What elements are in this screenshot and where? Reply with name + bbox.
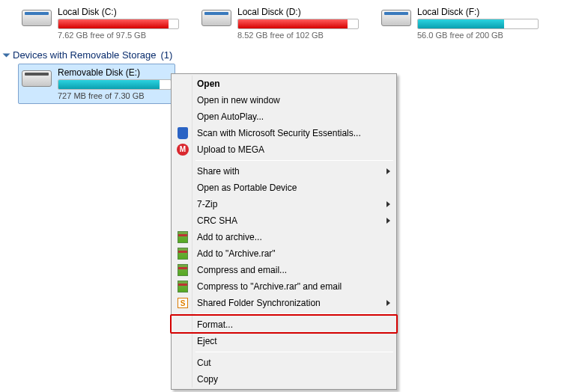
capacity-bar xyxy=(417,19,539,29)
menu-open-autoplay[interactable]: Open AutoPlay... xyxy=(173,108,395,125)
group-count: (1) xyxy=(160,49,172,61)
drive-e-removable[interactable]: Removable Disk (E:) 727 MB free of 7.30 … xyxy=(18,64,175,104)
menu-compress-rar-email[interactable]: Compress to "Archive.rar" and email xyxy=(173,278,395,295)
shield-icon xyxy=(176,126,190,140)
capacity-bar xyxy=(58,79,172,90)
hdd-icon xyxy=(201,7,231,28)
winrar-icon xyxy=(176,280,190,293)
menu-separator xyxy=(195,313,393,314)
group-title: Devices with Removable Storage xyxy=(13,49,156,61)
menu-open-portable[interactable]: Open as Portable Device xyxy=(173,180,395,196)
drive-free-text: 56.0 GB free of 200 GB xyxy=(417,31,539,40)
sync-s-icon: S xyxy=(176,296,190,310)
menu-share-with[interactable]: Share with xyxy=(173,163,395,180)
menu-7zip[interactable]: 7-Zip xyxy=(173,196,395,212)
menu-separator xyxy=(195,160,393,161)
drive-f[interactable]: Local Disck (F:) 56.0 GB free of 200 GB xyxy=(378,3,542,43)
drive-name: Removable Disk (E:) xyxy=(58,67,172,78)
drive-c[interactable]: Local Disk (C:) 7.62 GB free of 97.5 GB xyxy=(18,3,183,43)
drive-free-text: 7.62 GB free of 97.5 GB xyxy=(58,31,179,40)
submenu-arrow-icon xyxy=(386,168,390,174)
drive-name: Local Disk (C:) xyxy=(58,7,179,17)
menu-add-archive[interactable]: Add to archive... xyxy=(173,229,395,245)
menu-open[interactable]: Open xyxy=(173,76,395,92)
menu-cut[interactable]: Cut xyxy=(173,355,395,371)
removable-disk-icon xyxy=(22,67,52,88)
submenu-arrow-icon xyxy=(386,300,390,306)
winrar-icon xyxy=(176,247,190,260)
drives-row: Local Disk (C:) 7.62 GB free of 97.5 GB … xyxy=(3,3,567,43)
menu-compress-email[interactable]: Compress and email... xyxy=(173,262,395,278)
menu-scan-mse[interactable]: Scan with Microsoft Security Essentials.… xyxy=(173,125,395,141)
drive-name: Local Disck (F:) xyxy=(417,7,539,17)
menu-separator xyxy=(195,352,393,352)
drive-free-text: 727 MB free of 7.30 GB xyxy=(58,91,172,100)
submenu-arrow-icon xyxy=(386,201,390,207)
drive-free-text: 8.52 GB free of 102 GB xyxy=(237,31,359,40)
menu-upload-mega[interactable]: M Upload to MEGA xyxy=(173,141,395,158)
mega-icon: M xyxy=(176,143,190,156)
menu-open-new-window[interactable]: Open in new window xyxy=(173,92,395,108)
menu-format[interactable]: Format... xyxy=(173,316,395,333)
menu-add-archive-rar[interactable]: Add to "Archive.rar" xyxy=(173,245,395,262)
menu-shared-folder-sync[interactable]: S Shared Folder Synchronization xyxy=(173,295,395,311)
hdd-icon xyxy=(22,7,52,28)
menu-eject[interactable]: Eject xyxy=(173,333,395,349)
group-header-removable[interactable]: Devices with Removable Storage (1) xyxy=(4,49,567,61)
drive-name: Local Disck (D:) xyxy=(237,7,359,17)
menu-crc-sha[interactable]: CRC SHA xyxy=(173,212,395,229)
drive-d[interactable]: Local Disck (D:) 8.52 GB free of 102 GB xyxy=(198,3,363,43)
submenu-arrow-icon xyxy=(386,218,390,224)
menu-copy[interactable]: Copy xyxy=(173,371,395,388)
winrar-icon xyxy=(176,263,190,277)
hdd-icon xyxy=(381,7,411,28)
capacity-bar xyxy=(58,19,179,29)
context-menu: Open Open in new window Open AutoPlay...… xyxy=(171,73,397,390)
collapse-arrow-icon xyxy=(3,53,10,57)
capacity-bar xyxy=(237,19,359,29)
winrar-icon xyxy=(176,230,190,244)
